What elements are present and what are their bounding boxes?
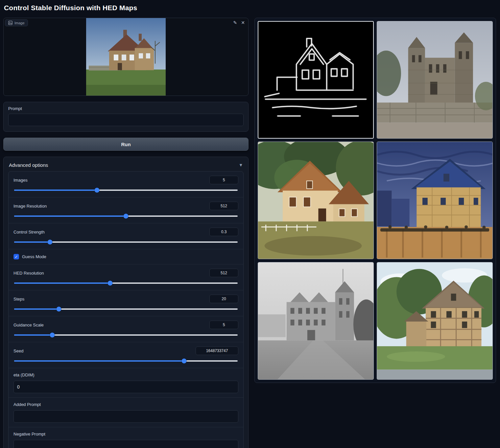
- slider-hed-resolution-label: HED Resolution: [13, 271, 44, 276]
- gallery-item-generated-house[interactable]: [377, 262, 493, 380]
- slider-images-value[interactable]: [209, 176, 238, 184]
- slider-steps: Steps: [9, 290, 243, 316]
- slider-seed-track[interactable]: [14, 360, 238, 362]
- slider-hed-resolution-value[interactable]: [209, 269, 238, 277]
- edit-icon[interactable]: ✎: [233, 20, 237, 25]
- advanced-options-body: Images Image Resolution: [8, 171, 244, 448]
- added-prompt-label: Added Prompt: [13, 402, 238, 407]
- generated-house-image: [377, 262, 492, 379]
- slider-images: Images: [9, 171, 243, 197]
- negative-prompt-input[interactable]: [13, 440, 238, 448]
- app: Control Stable Diffusion with HED Maps I…: [0, 0, 500, 448]
- close-icon[interactable]: ✕: [241, 20, 245, 25]
- uploaded-image-preview: [86, 18, 166, 96]
- page-title: Control Stable Diffusion with HED Maps: [4, 4, 496, 12]
- slider-fill: [14, 241, 50, 243]
- slider-steps-value[interactable]: [209, 295, 238, 303]
- chevron-down-icon[interactable]: ▼: [239, 163, 243, 168]
- slider-guidance-scale-value[interactable]: [209, 321, 238, 329]
- slider-guidance-scale-handle[interactable]: [50, 333, 55, 338]
- slider-control-strength-track[interactable]: [14, 241, 238, 243]
- slider-images-track[interactable]: [14, 190, 238, 191]
- slider-guidance-scale: Guidance Scale: [9, 316, 243, 342]
- slider-fill: [14, 334, 52, 336]
- slider-control-strength-handle[interactable]: [47, 240, 52, 245]
- slider-hed-resolution-handle[interactable]: [108, 281, 113, 286]
- added-prompt-field: Added Prompt: [9, 397, 243, 427]
- slider-image-resolution-value[interactable]: [209, 202, 238, 210]
- slider-image-resolution-track[interactable]: [14, 215, 238, 217]
- eta-ddim-field: eta (DDIM): [9, 368, 243, 397]
- image-input-label: Image: [14, 21, 25, 25]
- slider-seed: Seed: [9, 342, 243, 368]
- slider-fill: [14, 308, 59, 310]
- slider-control-strength-value[interactable]: [209, 228, 238, 236]
- gallery-item-generated-stylized-painting[interactable]: [377, 142, 493, 259]
- slider-seed-value[interactable]: [196, 347, 238, 355]
- output-panel: [254, 18, 496, 383]
- slider-image-resolution: Image Resolution: [9, 197, 243, 223]
- slider-control-strength-label: Control Strength: [13, 230, 45, 235]
- generated-castle-image: [377, 21, 492, 138]
- guess-mode-checkbox[interactable]: ✓: [13, 254, 19, 259]
- guess-mode-label: Guess Mode: [22, 254, 46, 259]
- generated-grayscale-building-image: [258, 262, 373, 379]
- slider-fill: [14, 190, 97, 191]
- left-panel: Image ✎ ✕: [3, 18, 249, 448]
- gallery-item-generated-castle[interactable]: [377, 21, 493, 139]
- image-input-tag: Image: [5, 19, 28, 26]
- gallery-item-generated-house-painting[interactable]: [258, 142, 374, 259]
- gallery-item-generated-grayscale-building[interactable]: [258, 262, 374, 380]
- negative-prompt-field: Negative Prompt: [9, 427, 243, 448]
- negative-prompt-label: Negative Prompt: [13, 432, 238, 437]
- slider-hed-resolution: HED Resolution: [9, 264, 243, 290]
- slider-images-handle[interactable]: [94, 188, 99, 193]
- slider-seed-label: Seed: [13, 348, 23, 353]
- advanced-options-header[interactable]: Advanced options ▼: [8, 162, 244, 171]
- slider-fill: [14, 360, 184, 362]
- slider-steps-handle[interactable]: [57, 307, 61, 312]
- slider-fill: [14, 215, 126, 217]
- slider-steps-track[interactable]: [14, 308, 238, 310]
- generated-house-painting-image: [258, 142, 373, 259]
- slider-hed-resolution-track[interactable]: [14, 282, 238, 284]
- slider-image-resolution-label: Image Resolution: [13, 204, 47, 209]
- gallery-item-hed-edge-map[interactable]: [258, 21, 374, 139]
- house-photo: [86, 18, 166, 96]
- eta-ddim-input[interactable]: [13, 381, 238, 393]
- generated-stylized-painting-image: [377, 142, 492, 259]
- slider-fill: [14, 282, 110, 284]
- image-upload-area[interactable]: Image ✎ ✕: [3, 18, 249, 96]
- image-icon: [8, 21, 12, 25]
- prompt-label: Prompt: [8, 106, 244, 111]
- output-gallery: [254, 18, 496, 383]
- prompt-input[interactable]: [8, 114, 244, 126]
- guess-mode-row: ✓ Guess Mode: [9, 249, 243, 264]
- eta-ddim-label: eta (DDIM): [13, 372, 238, 377]
- prompt-block: Prompt: [3, 102, 249, 132]
- slider-control-strength: Control Strength: [9, 223, 243, 249]
- hed-edge-map-image: [258, 22, 373, 138]
- slider-steps-label: Steps: [13, 297, 24, 302]
- added-prompt-input[interactable]: [13, 410, 238, 423]
- advanced-options-title: Advanced options: [9, 162, 48, 168]
- slider-guidance-scale-label: Guidance Scale: [13, 323, 44, 327]
- slider-image-resolution-handle[interactable]: [124, 214, 129, 219]
- run-button[interactable]: Run: [3, 138, 249, 151]
- advanced-options-panel: Advanced options ▼ Images: [3, 157, 249, 448]
- slider-seed-handle[interactable]: [181, 359, 186, 364]
- slider-images-label: Images: [13, 178, 28, 183]
- slider-guidance-scale-track[interactable]: [14, 334, 238, 336]
